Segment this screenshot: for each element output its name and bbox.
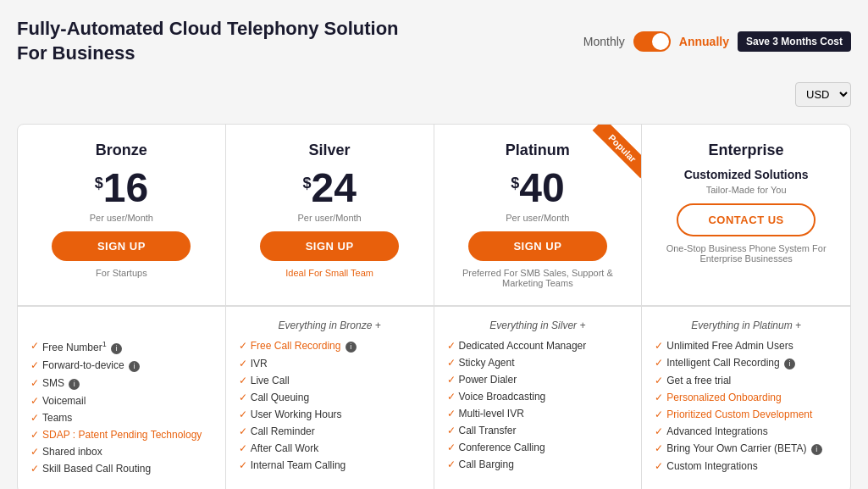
bronze-price: $ 16 xyxy=(35,168,208,208)
silver-features-header: Everything in Bronze + xyxy=(239,320,421,331)
platinum-period: Per user/Month xyxy=(451,213,625,223)
currency-wrapper: USD EUR GBP INR xyxy=(17,82,851,115)
plan-bronze: Bronze $ 16 Per user/Month SIGN UP For S… xyxy=(18,125,226,305)
info-icon[interactable]: i xyxy=(346,342,357,353)
feature-byoc: ✓ Bring Your Own Carrier (BETA) i xyxy=(655,442,838,455)
feature-free-trial: ✓ Get a free trial xyxy=(655,375,838,386)
info-icon[interactable]: i xyxy=(811,444,822,455)
feature-call-queuing: ✓ Call Queuing xyxy=(239,392,421,403)
feature-internal-calling: ✓ Internal Team Calling xyxy=(239,459,421,471)
enterprise-contact-button[interactable]: CONTACT US xyxy=(677,203,816,236)
feature-voice-broadcast: ✓ Voice Broadcasting xyxy=(447,391,629,403)
feature-working-hours: ✓ User Working Hours xyxy=(239,408,421,420)
feature-after-call: ✓ After Call Work xyxy=(239,442,421,454)
billing-toggle[interactable] xyxy=(633,31,671,52)
feature-free-number: ✓ Free Number1 i xyxy=(30,340,213,354)
bronze-amount: 16 xyxy=(103,168,148,208)
pricing-table: Bronze $ 16 Per user/Month SIGN UP For S… xyxy=(17,124,851,489)
silver-subtitle: Ideal For Small Team xyxy=(243,268,417,278)
enterprise-name: Enterprise xyxy=(659,142,833,159)
platinum-features: Everything in Silver + ✓ Dedicated Accou… xyxy=(434,306,643,489)
feature-custom-dev: ✓ Prioritized Custom Development xyxy=(655,408,838,420)
platinum-features-header: Everything in Silver + xyxy=(447,320,629,331)
popular-ribbon: Popular xyxy=(573,125,641,192)
features-section: ✓ Free Number1 i ✓ Forward-to-device i ✓… xyxy=(18,306,850,489)
feature-skill-routing: ✓ Skill Based Call Routing xyxy=(30,463,213,475)
feature-voicemail: ✓ Voicemail xyxy=(30,395,213,407)
feature-power-dialer: ✓ Power Dialer xyxy=(447,374,629,386)
feature-call-transfer: ✓ Call Transfer xyxy=(447,425,629,436)
feature-intelligent-recording: ✓ Intelligent Call Recording i xyxy=(655,357,838,370)
feature-multi-ivr: ✓ Multi-level IVR xyxy=(447,408,629,420)
currency-select[interactable]: USD EUR GBP INR xyxy=(795,82,851,107)
feature-call-barging: ✓ Call Barging xyxy=(447,458,629,470)
bronze-features: ✓ Free Number1 i ✓ Forward-to-device i ✓… xyxy=(18,306,226,489)
feature-forward: ✓ Forward-to-device i xyxy=(30,359,213,372)
enterprise-one-stop: One-Stop Business Phone System For Enter… xyxy=(659,243,833,264)
bronze-subtitle: For Startups xyxy=(35,268,208,278)
feature-advanced-integrations: ✓ Advanced Integrations xyxy=(655,425,838,437)
enterprise-tailor: Tailor-Made for You xyxy=(659,185,833,195)
popular-label: Popular xyxy=(593,125,641,178)
save-badge: Save 3 Months Cost xyxy=(738,31,851,52)
plan-silver: Silver $ 24 Per user/Month SIGN UP Ideal… xyxy=(226,125,434,305)
info-icon[interactable]: i xyxy=(784,358,795,370)
toggle-thumb xyxy=(652,33,669,50)
info-icon[interactable]: i xyxy=(69,379,80,390)
bronze-signup-button[interactable]: SIGN UP xyxy=(52,231,191,261)
feature-sticky-agent: ✓ Sticky Agent xyxy=(447,357,629,369)
billing-toggle-section: Monthly Annually Save 3 Months Cost xyxy=(583,31,851,52)
silver-amount: 24 xyxy=(311,168,356,208)
feature-sdap: ✓ SDAP : Patent Pending Technology xyxy=(30,429,213,441)
bronze-name: Bronze xyxy=(35,142,208,159)
feature-custom-integrations: ✓ Custom Integrations xyxy=(655,460,838,472)
silver-price: $ 24 xyxy=(243,168,417,208)
bronze-features-header xyxy=(30,320,213,331)
page-title: Fully-Automated Cloud Telephony Solution… xyxy=(17,17,399,65)
info-icon[interactable]: i xyxy=(129,361,140,372)
feature-account-manager: ✓ Dedicated Account Manager xyxy=(447,340,629,352)
feature-unlimited-admin: ✓ Unlimited Free Admin Users xyxy=(655,340,838,352)
feature-conference: ✓ Conference Calling xyxy=(447,442,629,453)
enterprise-custom-title: Customized Solutions xyxy=(659,168,833,181)
monthly-label: Monthly xyxy=(583,35,625,48)
silver-features: Everything in Bronze + ✓ Free Call Recor… xyxy=(226,306,434,489)
feature-call-reminder: ✓ Call Reminder xyxy=(239,425,421,437)
annually-label: Annually xyxy=(679,35,729,48)
feature-ivr: ✓ IVR xyxy=(239,358,421,370)
feature-live-call: ✓ Live Call xyxy=(239,375,421,386)
platinum-signup-button[interactable]: SIGN UP xyxy=(468,231,607,261)
platinum-subtitle: Preferred For SMB Sales, Support & Marke… xyxy=(451,268,625,288)
plan-enterprise: Enterprise Customized Solutions Tailor-M… xyxy=(642,125,850,305)
plans-header: Bronze $ 16 Per user/Month SIGN UP For S… xyxy=(18,125,850,306)
platinum-amount: 40 xyxy=(519,168,564,208)
silver-period: Per user/Month xyxy=(243,213,417,223)
feature-sms: ✓ SMS i xyxy=(30,377,213,390)
feature-teams: ✓ Teams xyxy=(30,412,213,424)
silver-name: Silver xyxy=(243,142,417,159)
feature-shared-inbox: ✓ Shared inbox xyxy=(30,446,213,458)
info-icon[interactable]: i xyxy=(111,343,122,354)
bronze-period: Per user/Month xyxy=(35,213,208,223)
enterprise-features-header: Everything in Platinum + xyxy=(655,320,838,331)
plan-platinum: Popular Platinum $ 40 Per user/Month SIG… xyxy=(434,125,643,305)
silver-signup-button[interactable]: SIGN UP xyxy=(260,231,399,261)
feature-call-recording: ✓ Free Call Recording i xyxy=(239,340,421,353)
feature-onboarding: ✓ Personalized Onboarding xyxy=(655,392,838,403)
enterprise-features: Everything in Platinum + ✓ Unlimited Fre… xyxy=(642,306,850,489)
